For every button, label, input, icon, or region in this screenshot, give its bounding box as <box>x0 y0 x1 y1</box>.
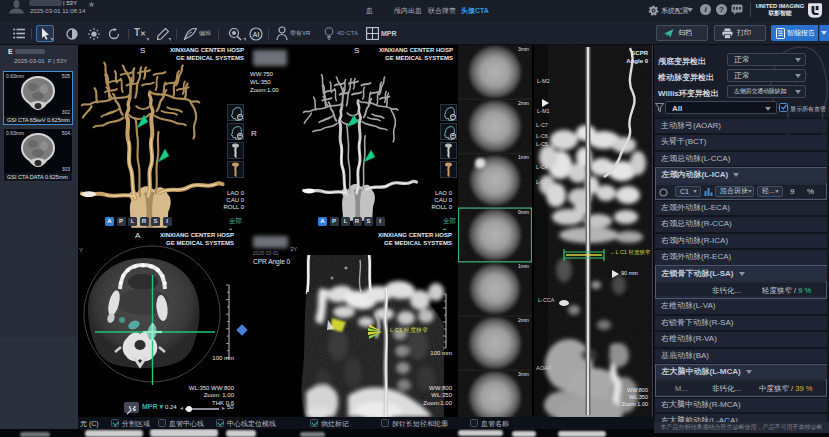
svg-text:AI: AI <box>253 31 260 38</box>
